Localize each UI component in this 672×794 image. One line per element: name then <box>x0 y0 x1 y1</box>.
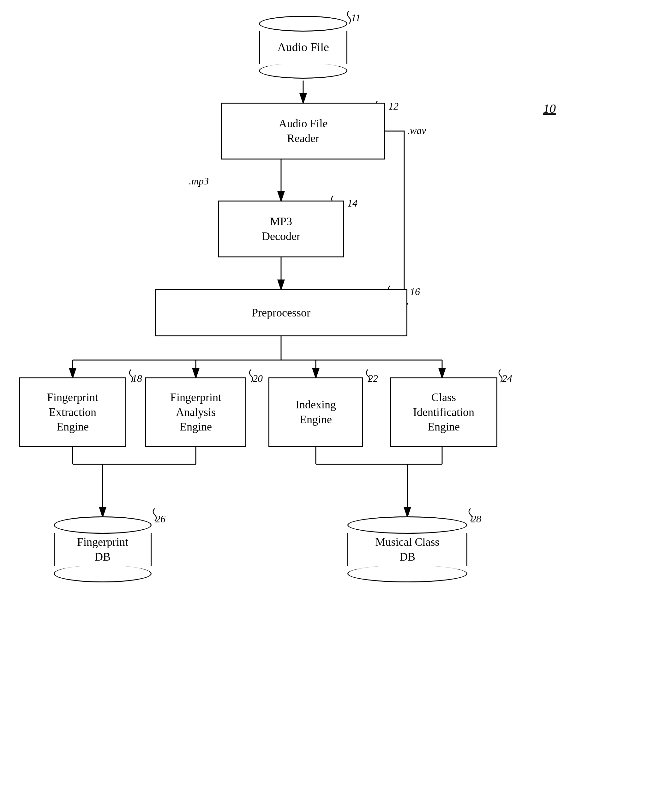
ref-20: 20 <box>253 373 263 384</box>
fingerprint-db-cylinder: FingerprintDB <box>54 516 152 584</box>
diagram: Audio File 11 Audio FileReader 12 .mp3 .… <box>0 0 672 794</box>
fingerprint-extraction-box: FingerprintExtractionEngine <box>19 378 126 447</box>
audio-file-reader-box: Audio FileReader <box>221 102 385 160</box>
ref-18: 18 <box>132 373 142 384</box>
ref-16: 16 <box>410 286 420 298</box>
indexing-engine-label: IndexingEngine <box>296 397 336 427</box>
preprocessor-label: Preprocessor <box>252 306 310 320</box>
fingerprint-analysis-label: FingerprintAnalysisEngine <box>170 390 221 434</box>
ref-11: 11 <box>351 12 361 24</box>
fingerprint-db-label: FingerprintDB <box>77 535 128 564</box>
mp3-decoder-label: MP3Decoder <box>262 214 300 244</box>
ref-26: 26 <box>155 513 165 525</box>
musical-class-db-label: Musical ClassDB <box>376 535 440 564</box>
ref-22: 22 <box>368 373 378 384</box>
class-identification-label: ClassIdentificationEngine <box>413 390 474 434</box>
audio-file-reader-label: Audio FileReader <box>278 116 328 146</box>
indexing-engine-box: IndexingEngine <box>269 378 363 447</box>
class-identification-box: ClassIdentificationEngine <box>390 378 498 447</box>
ref-28: 28 <box>471 513 481 525</box>
fingerprint-analysis-box: FingerprintAnalysisEngine <box>145 378 246 447</box>
mp3-decoder-box: MP3Decoder <box>218 200 344 258</box>
mp3-label: .mp3 <box>189 175 209 187</box>
ref-14: 14 <box>347 197 357 209</box>
musical-class-db-cylinder: Musical ClassDB <box>347 516 467 584</box>
ref-12: 12 <box>389 101 398 112</box>
audio-file-cylinder: Audio File <box>259 16 347 80</box>
diagram-ref-10: 10 <box>543 101 556 116</box>
wav-label: .wav <box>407 125 426 136</box>
audio-file-label: Audio File <box>277 40 329 55</box>
ref-24: 24 <box>502 373 512 384</box>
preprocessor-box: Preprocessor <box>155 289 407 336</box>
fingerprint-extraction-label: FingerprintExtractionEngine <box>47 390 98 434</box>
